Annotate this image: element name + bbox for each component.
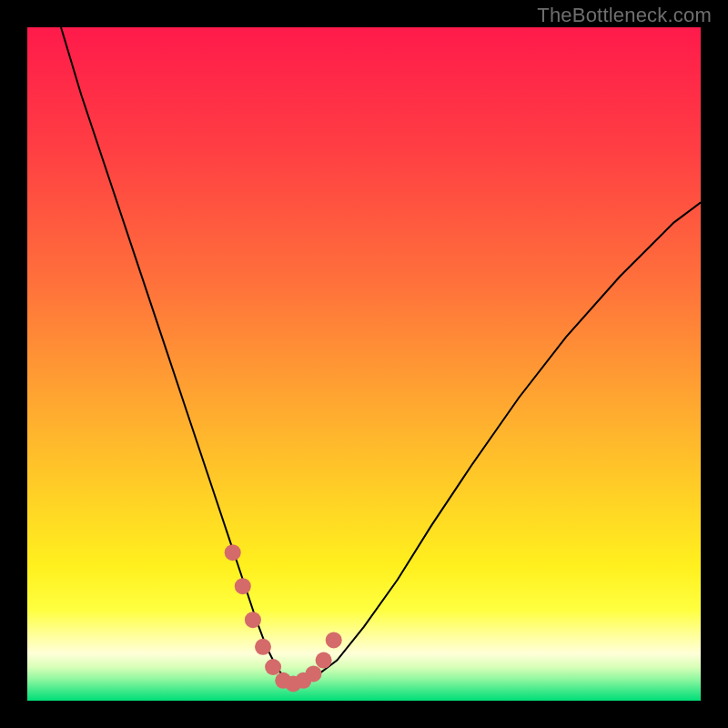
- highlight-dot: [245, 612, 261, 628]
- highlight-dot: [235, 578, 251, 594]
- curve-layer: [27, 27, 701, 701]
- highlight-dot: [265, 659, 281, 675]
- watermark-text: TheBottleneck.com: [537, 4, 712, 27]
- plot-area: [27, 27, 701, 701]
- highlight-dot: [225, 544, 241, 561]
- highlight-dot: [255, 639, 271, 655]
- highlight-dot: [306, 665, 322, 682]
- highlight-dot: [316, 652, 332, 669]
- bottleneck-curve: [61, 27, 701, 684]
- highlight-dot: [326, 632, 342, 648]
- chart-frame: TheBottleneck.com: [0, 0, 728, 728]
